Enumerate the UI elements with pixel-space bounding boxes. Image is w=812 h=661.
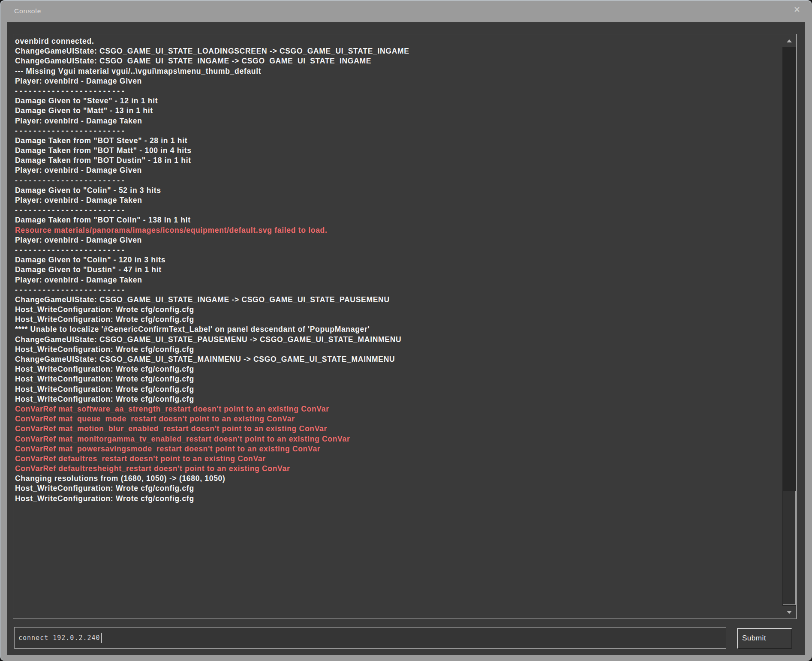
console-line: Damage Taken from "BOT Colin" - 138 in 1… — [15, 215, 780, 225]
console-line: Damage Taken from "BOT Dustin" - 18 in 1… — [15, 156, 780, 165]
console-line: Host_WriteConfiguration: Wrote cfg/confi… — [15, 394, 780, 404]
console-line: Host_WriteConfiguration: Wrote cfg/confi… — [15, 374, 780, 384]
console-line: ------------------------ — [15, 126, 780, 136]
window-title: Console — [14, 7, 41, 15]
console-line: Host_WriteConfiguration: Wrote cfg/confi… — [15, 364, 780, 374]
console-line: Host_WriteConfiguration: Wrote cfg/confi… — [15, 494, 780, 504]
text-cursor — [101, 633, 102, 643]
console-line: Damage Given to "Colin" - 120 in 3 hits — [15, 255, 780, 265]
scrollbar-thumb[interactable] — [783, 491, 796, 605]
console-line: Host_WriteConfiguration: Wrote cfg/confi… — [15, 345, 780, 355]
console-output[interactable]: ovenbird connected.ChangeGameUIState: CS… — [13, 34, 797, 619]
scroll-up-button[interactable] — [782, 34, 796, 47]
console-line: Damage Given to "Colin" - 52 in 3 hits — [15, 186, 780, 195]
submit-button[interactable]: Submit — [737, 628, 792, 649]
console-line: ------------------------ — [15, 86, 780, 96]
console-line: ChangeGameUIState: CSGO_GAME_UI_STATE_IN… — [15, 295, 780, 305]
console-line: ConVarRef mat_motion_blur_enabled_restar… — [15, 424, 780, 434]
console-line: Host_WriteConfiguration: Wrote cfg/confi… — [15, 484, 780, 493]
command-input-value: connect 192.0.2.240 — [18, 634, 100, 642]
console-line: --- Missing Vgui material vgui/..\vgui\m… — [15, 66, 780, 76]
console-line: Host_WriteConfiguration: Wrote cfg/confi… — [15, 305, 780, 315]
console-line: ------------------------ — [15, 285, 780, 295]
console-line: ChangeGameUIState: CSGO_GAME_UI_STATE_PA… — [15, 335, 780, 345]
console-line: Damage Taken from "BOT Steve" - 28 in 1 … — [15, 136, 780, 146]
console-line: ConVarRef mat_powersavingsmode_restart d… — [15, 444, 780, 454]
console-line: ConVarRef mat_monitorgamma_tv_enabled_re… — [15, 434, 780, 444]
console-line: Host_WriteConfiguration: Wrote cfg/confi… — [15, 315, 780, 324]
console-line: Damage Given to "Dustin" - 47 in 1 hit — [15, 265, 780, 275]
console-line: Player: ovenbird - Damage Given — [15, 76, 780, 86]
console-line: ConVarRef mat_software_aa_strength_resta… — [15, 404, 780, 414]
arrow-down-icon — [787, 611, 792, 614]
scrollbar[interactable] — [782, 34, 796, 619]
console-log-lines: ovenbird connected.ChangeGameUIState: CS… — [15, 36, 780, 617]
console-line: ------------------------ — [15, 176, 780, 186]
console-line: ChangeGameUIState: CSGO_GAME_UI_STATE_IN… — [15, 56, 780, 66]
console-line: ChangeGameUIState: CSGO_GAME_UI_STATE_MA… — [15, 355, 780, 364]
console-line: Player: ovenbird - Damage Given — [15, 165, 780, 175]
console-line: Player: ovenbird - Damage Taken — [15, 275, 780, 285]
console-line: ovenbird connected. — [15, 36, 780, 46]
console-line: Player: ovenbird - Damage Taken — [15, 195, 780, 205]
scroll-down-button[interactable] — [782, 606, 796, 619]
console-line: Player: ovenbird - Damage Taken — [15, 116, 780, 126]
console-line: Damage Given to "Matt" - 13 in 1 hit — [15, 106, 780, 116]
console-line: Host_WriteConfiguration: Wrote cfg/confi… — [15, 385, 780, 394]
console-panel: ovenbird connected.ChangeGameUIState: CS… — [7, 22, 805, 655]
scrollbar-track[interactable] — [782, 47, 796, 606]
console-line: ------------------------ — [15, 245, 780, 255]
arrow-up-icon — [787, 39, 792, 42]
console-line: ChangeGameUIState: CSGO_GAME_UI_STATE_LO… — [15, 46, 780, 56]
command-input[interactable]: connect 192.0.2.240 — [14, 627, 726, 649]
console-line: ConVarRef defaultresheight_restart doesn… — [15, 464, 780, 474]
close-icon[interactable]: ✕ — [794, 6, 800, 14]
titlebar[interactable]: Console ✕ — [0, 0, 812, 22]
console-line: Player: ovenbird - Damage Given — [15, 235, 780, 245]
console-line: **** Unable to localize '#GenericConfirm… — [15, 324, 780, 334]
console-window: Console ✕ ovenbird connected.ChangeGameU… — [0, 0, 812, 661]
console-line: Damage Taken from "BOT Matt" - 100 in 4 … — [15, 146, 780, 156]
console-line: ConVarRef mat_queue_mode_restart doesn't… — [15, 414, 780, 424]
console-line: Damage Given to "Steve" - 12 in 1 hit — [15, 96, 780, 106]
console-line: Changing resolutions from (1680, 1050) -… — [15, 474, 780, 484]
console-line: Resource materials/panorama/images/icons… — [15, 225, 780, 235]
console-line: ConVarRef defaultres_restart doesn't poi… — [15, 454, 780, 464]
console-line: ------------------------ — [15, 205, 780, 215]
